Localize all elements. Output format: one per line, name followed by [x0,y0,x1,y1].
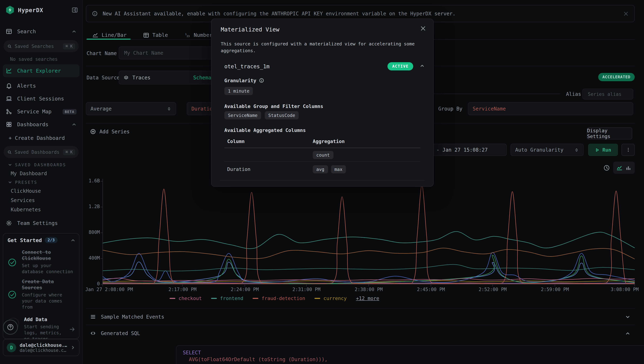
task-connect-clickhouse[interactable]: Connect to ClickHouse Set up your databa… [8,249,76,274]
tab-line-bar[interactable]: Line/Bar [92,32,127,38]
avatar: D [7,343,16,352]
saved-dashboards-input[interactable]: Saved Dashboards ⌘ K [4,146,79,158]
group-by-input[interactable]: ServiceName [468,102,633,115]
no-saved-searches-note: No saved searches [10,56,58,62]
sql-line: SELECT [183,349,644,356]
generated-sql-accordion[interactable]: Generated SQL [86,326,635,341]
legend-swatch [211,298,217,299]
sample-matched-events-accordion[interactable]: Sample Matched Events [86,309,635,325]
chevron-up-icon[interactable] [72,29,77,34]
user-email: dale@clickhouse.c… [20,348,67,353]
legend-more-link[interactable]: +12 more [356,295,379,301]
collapse-sidebar-icon[interactable] [72,7,78,13]
accelerated-badge: ACCELERATED [598,73,635,81]
svg-text:1: 1 [185,32,187,36]
user-name: dale@clickhouse.… [20,342,67,348]
more-options-button[interactable] [621,144,635,156]
sidebar-item-team-settings[interactable]: Team Settings [3,218,80,229]
chevron-up-icon[interactable] [625,330,630,336]
chevron-up-icon[interactable] [420,63,425,68]
get-started-title: Get Started [8,237,42,243]
select-chevrons-icon [167,106,171,111]
legend-item-frontend[interactable]: frontend [211,295,243,301]
sidebar-item-chart-explorer[interactable]: Chart Explorer [3,64,80,77]
legend-item-currency[interactable]: currency [314,295,347,301]
sidebar-item-clickhouse[interactable]: ClickHouse [11,188,41,194]
plus-circle-icon [90,129,96,134]
tab-table[interactable]: Table [143,32,168,38]
info-icon[interactable] [259,78,264,83]
sidebar-item-my-dashboard[interactable]: My Dashboard [11,170,47,176]
chevron-up-icon[interactable] [72,122,77,127]
check-circle-icon [8,279,17,310]
hyperdx-logo-icon [6,6,14,14]
bell-icon [6,82,12,89]
help-button[interactable] [3,320,18,335]
task-add-data[interactable]: 3 Add Data Start sending logs, metrics, … [8,316,76,342]
task-create-data-sources[interactable]: Create Data Sources Configure where your… [8,278,76,310]
sidebar-item-client-sessions[interactable]: Client Sessions [3,93,80,104]
sidebar-item-service-map[interactable]: Service Map BETA [3,106,80,117]
granularity-select[interactable]: Auto Granularity [510,144,583,156]
legend-label: currency [323,295,347,301]
x-tick-label: 2:59:00 PM [541,287,569,292]
chevron-down-icon[interactable] [625,314,630,320]
close-icon[interactable] [623,11,628,16]
task-title: Connect to ClickHouse [22,249,76,262]
accordion-label: Sample Matched Events [101,314,620,320]
display-settings-button[interactable]: Display Settings [587,127,632,140]
presets-header[interactable]: PRESETS [8,180,37,185]
sidebar-item-services[interactable]: Services [11,198,35,203]
bar-chart-toggle-icon[interactable] [625,165,632,171]
create-dashboard-button[interactable]: + Create Dashboard [9,135,65,141]
sidebar-item-dashboards[interactable]: Dashboards [3,119,80,130]
saved-dashboards-header[interactable]: SAVED DASHBOARDS [8,162,66,167]
beta-badge: BETA [63,109,77,114]
aggregation-select[interactable]: Average [86,102,176,115]
task-title: Add Data [24,316,64,322]
tab-label: Line/Bar [102,32,127,38]
saved-searches-placeholder: Saved Searches [15,44,60,49]
aggregation-chip: avg [313,165,328,173]
table-header-divider [224,148,420,148]
get-started-header[interactable]: Get Started 2/3 [8,237,76,243]
add-series-button[interactable]: Add Series [90,129,130,134]
search-icon [7,150,12,154]
number-123-icon: 123 [184,32,191,38]
task-desc: Set up your database connection [22,262,76,274]
clock-icon[interactable] [603,164,610,171]
generated-sql-code: SELECT AVG(toFloat64OrDefault (toString … [176,346,644,364]
sidebar-item-kubernetes[interactable]: Kubernetes [11,207,41,212]
kebab-icon [625,147,630,152]
schema-link[interactable]: Schema [193,75,211,80]
dashboards-icon [6,121,12,128]
aggregation-chip: count [313,151,333,159]
granularity-value: Auto Granularity [515,147,563,153]
chart-style-toggle [613,162,635,174]
user-menu[interactable]: D dale@clickhouse.… dale@clickhouse.c… [3,339,80,356]
tab-number[interactable]: 123 Number [184,32,213,38]
modal-close-icon[interactable] [420,26,426,32]
modal-title: Materialized View [221,26,279,33]
x-tick-label: 2:24:00 PM [231,287,259,292]
saved-searches-input[interactable]: Saved Searches ⌘ K [4,40,79,52]
legend-item-checkout[interactable]: checkout [170,295,202,301]
sidebar-item-alerts[interactable]: Alerts [3,80,80,92]
sidebar-item-search[interactable]: Search [3,26,80,37]
run-button[interactable]: Run [588,144,618,156]
legend-item-fraud-detection[interactable]: fraud-detection [253,295,305,301]
legend-swatch [170,298,175,299]
agg-table-row: count [227,150,420,160]
progress-badge: 2/3 [45,237,58,243]
arrow-right-icon [69,326,76,332]
divider [86,325,635,325]
accordion-label: Generated SQL [101,330,620,336]
line-chart-toggle-icon[interactable] [616,165,622,171]
alias-input[interactable] [587,91,628,97]
task-title: Create Data Sources [22,278,76,291]
legend-swatch [253,298,258,299]
group-by-value: ServiceName [473,106,506,112]
sidebar-item-label: Search [17,28,67,34]
chevron-up-icon[interactable] [71,238,76,242]
logo-row: HyperDX [6,6,78,14]
